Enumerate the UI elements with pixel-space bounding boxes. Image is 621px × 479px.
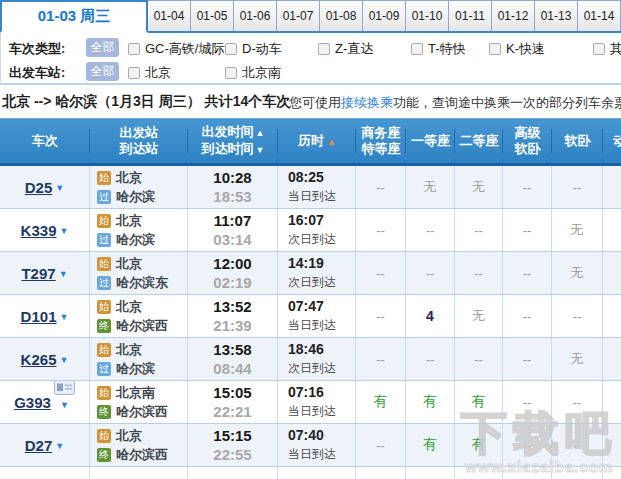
- duration-value: 16:07: [288, 211, 324, 230]
- sort-active-asc-icon[interactable]: ▲: [327, 137, 336, 147]
- train-number-link[interactable]: D25: [25, 179, 53, 196]
- filter-option[interactable]: T-特快: [411, 40, 466, 58]
- train-number-link[interactable]: T297: [21, 265, 55, 282]
- checkbox-icon[interactable]: [593, 43, 605, 55]
- date-tab[interactable]: 01-14: [578, 0, 621, 31]
- checkbox-icon[interactable]: [225, 43, 237, 55]
- expand-caret-icon[interactable]: ▼: [55, 183, 64, 193]
- date-tab[interactable]: 01-05: [191, 0, 234, 31]
- arrive-station-line: 过哈尔滨: [97, 359, 155, 378]
- date-tab[interactable]: 01-11: [449, 0, 492, 31]
- depart-station-line: 始北京: [97, 211, 142, 230]
- duration-cell: 07:40当日到达: [278, 424, 356, 466]
- train-type-filter-row: 车次类型:全部GC-高铁/城际D-动车Z-直达T-特快K-快速其他: [1, 37, 621, 59]
- train-number-link[interactable]: K339: [21, 222, 57, 239]
- seat-availability-cell: [603, 209, 621, 251]
- sort-asc-icon[interactable]: ▲: [256, 128, 265, 138]
- train-cell: D27▼: [0, 424, 90, 466]
- id-card-icon: [54, 381, 75, 399]
- filter-option[interactable]: K-快速: [489, 40, 545, 58]
- station-name: 哈尔滨: [116, 230, 155, 249]
- arrive-time: 18:53: [213, 187, 251, 206]
- train-number-link[interactable]: D27: [25, 437, 53, 454]
- seat-availability-cell: 无: [552, 209, 603, 251]
- filter-option[interactable]: GC-高铁/城际: [128, 40, 224, 58]
- times-cell: 13:5808:44: [188, 338, 278, 380]
- expand-caret-icon[interactable]: ▼: [59, 269, 68, 279]
- arrive-station-line: 过哈尔滨东: [97, 273, 168, 292]
- filter-option[interactable]: 北京南: [225, 64, 281, 82]
- date-tab[interactable]: 01-08: [320, 0, 363, 31]
- stations-cell: 始北京过哈尔滨: [90, 166, 188, 208]
- date-tab-selected[interactable]: 01-03 周三: [0, 0, 148, 33]
- seat-availability-cell: 有: [455, 424, 503, 466]
- train-number-link[interactable]: K265: [21, 351, 57, 368]
- depart-station-line: 始北京南: [97, 383, 155, 402]
- checkbox-icon[interactable]: [128, 43, 140, 55]
- col-header-duration[interactable]: 历时▲: [278, 119, 356, 163]
- checkbox-icon[interactable]: [318, 43, 330, 55]
- checkbox-icon[interactable]: [128, 67, 140, 79]
- filter-option[interactable]: Z-直达: [318, 40, 373, 58]
- col-header-seat: 动卧: [603, 119, 621, 163]
- date-tab[interactable]: 01-07: [277, 0, 320, 31]
- all-button[interactable]: 全部: [86, 38, 119, 57]
- duration-cell: 08:25当日到达: [278, 166, 356, 208]
- pass-badge: 过: [97, 233, 111, 247]
- seat-availability-cell: [603, 424, 621, 466]
- station-name: 北京: [116, 340, 142, 359]
- seat-availability-cell: --: [356, 295, 406, 337]
- seat-availability-cell: [603, 252, 621, 294]
- date-tab[interactable]: 01-09: [363, 0, 406, 31]
- train-number-link[interactable]: D101: [21, 308, 57, 325]
- col-header-times[interactable]: 出发时间▲到达时间▼: [188, 119, 278, 163]
- station-name: 哈尔滨: [116, 187, 155, 206]
- arrive-time: 02:19: [213, 273, 251, 292]
- seat-availability-cell: 有: [406, 381, 455, 423]
- depart-time: 15:15: [213, 426, 251, 445]
- train-cell: D25▼: [0, 166, 90, 208]
- expand-caret-icon[interactable]: ▼: [55, 441, 64, 451]
- all-button[interactable]: 全部: [86, 62, 119, 81]
- date-tab[interactable]: 01-10: [406, 0, 449, 31]
- train-controls: ▼: [59, 311, 68, 322]
- transfer-link[interactable]: 接续换乘: [341, 95, 393, 110]
- train-cell: G393▼: [0, 381, 90, 423]
- duration-value: 07:16: [288, 383, 324, 402]
- duration-value: 07:47: [288, 297, 324, 316]
- seat-availability-cell: 4: [406, 295, 455, 337]
- checkbox-icon[interactable]: [225, 67, 237, 79]
- expand-caret-icon[interactable]: ▼: [59, 355, 68, 365]
- duration-cell: 13:31: [278, 467, 356, 479]
- date-tab[interactable]: 01-04: [148, 0, 191, 31]
- seat-availability-cell: --: [503, 424, 552, 466]
- col-header-seat: 软卧: [552, 119, 603, 163]
- checkbox-icon[interactable]: [411, 43, 423, 55]
- sort-desc-icon[interactable]: ▼: [256, 145, 265, 155]
- station-name: 哈尔滨西: [116, 445, 168, 464]
- filter-option[interactable]: D-动车: [225, 40, 282, 58]
- expand-caret-icon[interactable]: ▼: [59, 226, 68, 236]
- checkbox-icon[interactable]: [489, 43, 501, 55]
- train-number-link[interactable]: G393: [14, 394, 51, 411]
- filter-option[interactable]: 北京: [128, 64, 171, 82]
- train-controls: ▼: [55, 182, 64, 193]
- start-badge: 始: [97, 386, 111, 400]
- date-tab[interactable]: 01-13: [535, 0, 578, 31]
- seat-availability-cell: --: [356, 338, 406, 380]
- date-tab[interactable]: 01-06: [234, 0, 277, 31]
- seat-availability-cell: 有: [356, 381, 406, 423]
- stations-cell: 始北京终哈尔滨西: [90, 295, 188, 337]
- duration-value: 07:40: [288, 426, 324, 445]
- depart-time: 11:07: [214, 211, 252, 230]
- arrive-time: 03:14: [213, 230, 251, 249]
- date-tab[interactable]: 01-12: [492, 0, 535, 31]
- seat-availability-cell: --: [455, 338, 503, 380]
- seat-availability-cell: --: [552, 424, 603, 466]
- seat-availability-cell: --: [455, 252, 503, 294]
- filter-option[interactable]: 其他: [593, 40, 621, 58]
- expand-caret-icon[interactable]: ▼: [60, 400, 69, 410]
- seat-availability-cell: --: [503, 381, 552, 423]
- expand-caret-icon[interactable]: ▼: [59, 312, 68, 322]
- station-name: 北京: [116, 254, 142, 273]
